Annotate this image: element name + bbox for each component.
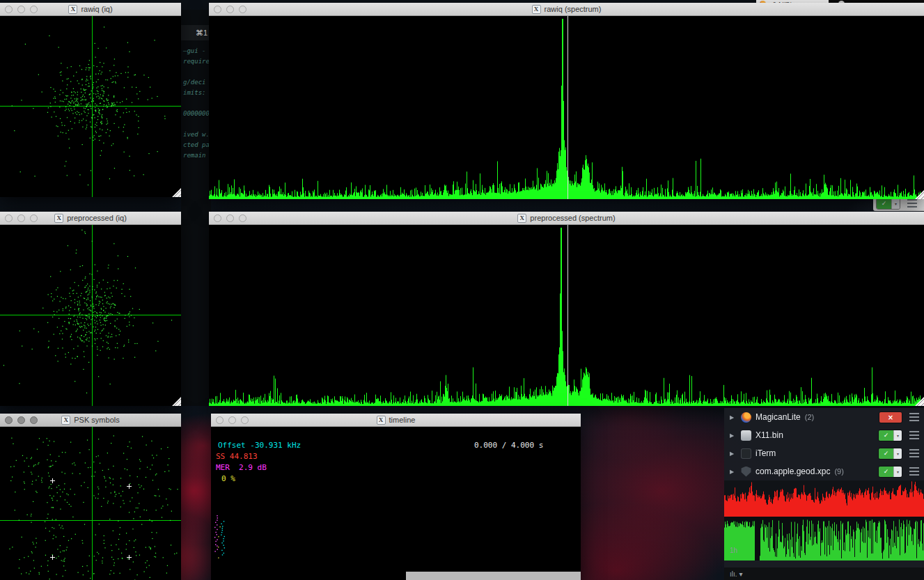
percent-readout: 0 % [221,474,235,483]
traffic-lights [216,416,249,424]
disclosure-triangle-icon[interactable]: ▶ [730,450,737,457]
title-group: X preprocessed (spectrum) [517,214,615,223]
list-menu-icon[interactable] [907,199,917,207]
window-timeline: X timeline Offset -30.931 kHz 0.000 / 4.… [211,414,581,580]
x11-app-icon: X [68,5,77,14]
window-title: rawiq (spectrum) [545,5,602,13]
psk-constellation-plot [0,427,181,580]
bar-chart-icon[interactable]: ılı. [730,570,737,578]
close-button[interactable] [216,416,224,424]
panel-footer[interactable]: ılı. ▾ [724,567,924,580]
minimize-button[interactable] [17,214,25,222]
zoom-button[interactable] [239,214,246,222]
titlebar[interactable]: X timeline [211,414,581,427]
allow-toggle[interactable]: ✓ ▾ [878,448,902,460]
close-button[interactable] [5,6,13,13]
timeline-trace-dots [211,509,239,565]
traffic-lights [214,214,246,222]
minimize-button[interactable] [17,6,25,13]
check-icon: ✓ [879,430,893,441]
ss-readout: SS 44.813 [216,452,258,461]
toggle-dropdown-icon: ▾ [891,198,900,209]
network-monitor-panel: ▶ MagicanLite (2) × ▶ X11.bin ✓ ▾ ▶ [724,408,924,580]
zoom-button[interactable] [30,214,38,222]
iq-constellation-plot [0,225,181,406]
process-name: iTerm [755,448,776,458]
app-icon-iterm [741,448,751,459]
titlebar[interactable]: X rawiq (iq) [0,3,181,16]
close-button[interactable] [214,214,221,222]
window-title: preprocessed (spectrum) [530,214,615,222]
allow-toggle[interactable]: ✓ ▾ [878,430,902,441]
minimize-button[interactable] [226,214,234,222]
window-rawiq-iq: X rawiq (iq) [0,3,181,197]
titlebar[interactable]: X rawiq (spectrum) [209,3,924,16]
list-menu-icon[interactable] [909,431,919,439]
process-row-x11bin[interactable]: ▶ X11.bin ✓ ▾ [724,426,924,444]
list-menu-icon[interactable] [909,467,919,476]
window-rawiq-spectrum: X rawiq (spectrum) [209,3,924,199]
connection-count: (2) [805,413,814,421]
disclosure-triangle-icon[interactable]: ▶ [730,469,737,475]
connection-count: (9) [834,467,843,476]
process-row-magicanlite[interactable]: ▶ MagicanLite (2) × [724,408,924,426]
traffic-lights [5,6,38,13]
titlebar[interactable]: X preprocessed (spectrum) [209,212,924,225]
app-icon-geod-shield [741,467,751,477]
x11-app-icon: X [532,5,541,14]
chevron-down-icon: ▾ [739,570,743,578]
zoom-button[interactable] [30,6,38,13]
window-title: timeline [389,416,416,424]
timeline-scrollbar[interactable] [406,572,581,580]
traffic-lights [5,214,38,222]
process-name: X11.bin [755,430,783,440]
list-menu-icon[interactable] [909,449,919,457]
offset-readout: Offset -30.931 kHz [218,441,301,450]
disclosure-triangle-icon[interactable]: ▶ [730,432,737,439]
mer-readout: MER 2.9 dB [216,463,267,472]
graph-range-label: 1h [730,547,737,554]
x11-app-icon: X [517,214,526,223]
allow-toggle[interactable]: ✓ ▾ [876,198,900,210]
process-name: MagicanLite [755,412,801,422]
title-group: X timeline [377,416,416,425]
window-title: rawiq (iq) [81,5,112,13]
spectrum-plot [209,225,924,406]
zoom-button[interactable] [30,416,38,424]
title-group: X PSK symbols [61,416,119,425]
block-toggle[interactable]: × [879,412,902,423]
terminal-window[interactable]: ⌘1 —gui - requires g/deci imits: 0000000… [181,10,211,406]
titlebar[interactable]: X PSK symbols [0,414,181,427]
app-icon-x11bin [741,430,751,441]
close-button[interactable] [5,214,13,222]
list-menu-icon[interactable] [909,413,919,421]
timeline-content: Offset -30.931 kHz 0.000 / 4.000 s SS 44… [211,427,581,580]
minimize-button[interactable] [17,416,25,424]
block-x-icon: × [879,412,902,423]
terminal-tab[interactable]: ⌘1 [181,25,211,40]
process-name: com.apple.geod.xpc [755,467,830,476]
window-title: PSK symbols [74,416,119,424]
process-row-iterm[interactable]: ▶ iTerm ✓ ▾ [724,444,924,462]
zoom-button[interactable] [239,6,246,13]
check-icon: ✓ [877,198,891,209]
x11-app-icon: X [54,214,63,223]
minimize-button[interactable] [228,416,236,424]
title-group: X rawiq (iq) [68,5,112,14]
disclosure-triangle-icon[interactable]: ▶ [730,414,737,421]
desktop: ▴▾ 0.4 KB/s ▾ ⌘1 —gui - requires g/deci … [0,0,924,580]
iq-constellation-plot [0,16,181,197]
traffic-lights [5,416,38,424]
terminal-tab-label: ⌘1 [196,29,207,38]
close-button[interactable] [5,416,13,424]
zoom-button[interactable] [241,416,249,424]
close-button[interactable] [214,6,221,13]
terminal-output: —gui - requires g/deci imits: 0000000 iv… [183,46,211,161]
check-icon: ✓ [879,448,893,459]
process-row-geod[interactable]: ▶ com.apple.geod.xpc (9) ✓ ▾ [724,462,924,480]
minimize-button[interactable] [226,6,234,13]
allow-toggle[interactable]: ✓ ▾ [878,466,902,478]
x11-app-icon: X [61,416,70,425]
titlebar[interactable]: X preprocessed (iq) [0,212,181,225]
app-icon-magicanlite [741,412,751,423]
